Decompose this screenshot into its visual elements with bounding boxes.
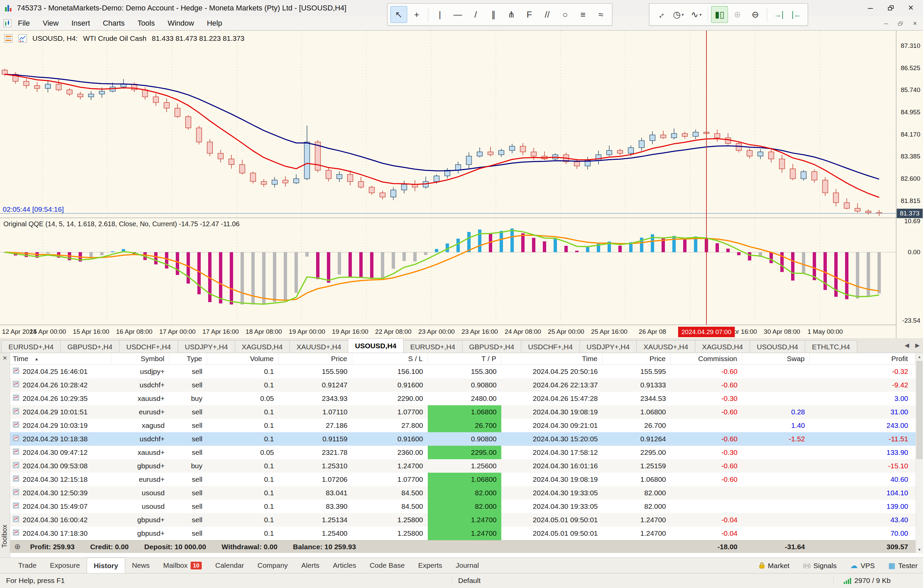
- history-row-12[interactable]: 2024.04.30 17:18:30gbpusd+sell0.11.25400…: [10, 527, 916, 540]
- chart-tab-3-usdjpy-h4[interactable]: USDJPY+,H4: [178, 340, 235, 353]
- column-header-profit-11[interactable]: Profit: [810, 353, 916, 364]
- elliott-wave-icon[interactable]: ≈: [592, 6, 609, 23]
- menu-file[interactable]: File: [11, 16, 36, 30]
- toolbox-tab-calendar[interactable]: Calendar: [209, 558, 251, 573]
- column-header-swap-10[interactable]: Swap: [742, 353, 810, 364]
- menu-window[interactable]: Window: [161, 16, 200, 30]
- history-row-1[interactable]: 2024.04.26 10:28:42usdchf+sell0.10.91247…: [10, 378, 916, 392]
- price-chart-canvas[interactable]: [0, 31, 896, 325]
- candlestick-chart-icon[interactable]: ▮▯: [711, 6, 728, 23]
- toolbox-tab-history[interactable]: History: [87, 558, 125, 573]
- pointer-cursor-icon[interactable]: ↖: [390, 6, 407, 23]
- vertical-line-icon[interactable]: |: [432, 6, 448, 23]
- equidistant-channel-icon[interactable]: ∥: [485, 6, 502, 23]
- scroll-thumb[interactable]: [916, 361, 922, 459]
- column-header-type-2[interactable]: Type: [169, 353, 207, 364]
- one-click-trading-icon[interactable]: [18, 34, 27, 43]
- child-restore-button[interactable]: [898, 20, 903, 27]
- trendline-icon[interactable]: /: [467, 6, 484, 23]
- crosshair-mode-icon[interactable]: ↔: [652, 6, 669, 23]
- history-row-7[interactable]: 2024.04.30 09:53:08gbpusd+buy0.11.253101…: [10, 459, 916, 473]
- toolbox-vps-button[interactable]: ☁VPS: [850, 561, 875, 570]
- toolbox-close-button[interactable]: ×: [0, 353, 10, 363]
- column-header-commission-9[interactable]: Commission: [671, 353, 742, 364]
- history-row-3[interactable]: 2024.04.29 10:01:51eurusd+sell0.11.07110…: [10, 405, 916, 419]
- menu-view[interactable]: View: [36, 16, 65, 30]
- toolbox-tab-trade[interactable]: Trade: [11, 558, 43, 573]
- chart-tab-13-usousd-h4[interactable]: USOUSD,H4: [750, 340, 805, 353]
- toolbox-tab-alerts[interactable]: Alerts: [294, 558, 326, 573]
- chart-tab-10-usdjpy-h4[interactable]: USDJPY+,H4: [580, 340, 637, 353]
- toolbox-tab-news[interactable]: News: [125, 558, 156, 573]
- chart-tab-11-xauusd-h4[interactable]: XAUUSD+,H4: [636, 340, 695, 353]
- toolbox-tab-company[interactable]: Company: [251, 558, 294, 573]
- chart-tab-0-eurusd-h4[interactable]: EURUSD+,H4: [2, 340, 61, 353]
- toolbox-tab-exposure[interactable]: Exposure: [43, 558, 87, 573]
- history-row-11[interactable]: 2024.04.30 16:00:42gbpusd+sell0.11.25134…: [10, 513, 916, 527]
- andrews-pitchfork-icon[interactable]: ⋔: [503, 6, 520, 23]
- toolbox-tab-experts[interactable]: Experts: [412, 558, 449, 573]
- profile-selector[interactable]: Default: [458, 573, 481, 588]
- child-minimize-button[interactable]: –: [884, 20, 888, 27]
- time-axis[interactable]: 12 Apr 202415 Apr 00:0015 Apr 16:0016 Ap…: [0, 325, 896, 339]
- crosshair-icon[interactable]: +: [408, 6, 425, 23]
- chart-tab-12-xagusd-h4[interactable]: XAGUSD,H4: [695, 340, 750, 353]
- chart-tab-5-xauusd-h4[interactable]: XAUUSD+,H4: [289, 340, 348, 353]
- chart-tab-8-gbpusd-h4[interactable]: GBPUSD+,H4: [462, 340, 522, 353]
- zoom-out-icon[interactable]: ⊖: [747, 6, 764, 23]
- column-header-volume-3[interactable]: Volume: [207, 353, 279, 364]
- child-close-button[interactable]: ×: [913, 20, 917, 27]
- menu-insert[interactable]: Insert: [65, 16, 97, 30]
- menu-help[interactable]: Help: [200, 16, 228, 30]
- chart-tab-1-gbpusd-h4[interactable]: GBPUSD+,H4: [61, 340, 120, 353]
- tab-scroll-right-icon[interactable]: ▶: [915, 342, 920, 349]
- zoom-in-icon[interactable]: ⊕: [729, 6, 746, 23]
- column-header-s-l-5[interactable]: S / L: [352, 353, 428, 364]
- menu-tools[interactable]: Tools: [131, 16, 161, 30]
- scroll-up-icon[interactable]: ▲: [916, 353, 923, 360]
- tab-scroll-left-icon[interactable]: ◀: [905, 342, 909, 349]
- scroll-down-icon[interactable]: ▼: [916, 546, 923, 553]
- chart-tab-2-usdchf-h4[interactable]: USDCHF+,H4: [119, 340, 178, 353]
- chart-tab-6-usousd-h4[interactable]: USOUSD,H4: [348, 339, 404, 353]
- timeframes-icon[interactable]: ◷▾: [670, 6, 687, 23]
- history-row-5[interactable]: 2024.04.29 10:18:38usdchf+sell0.10.91159…: [10, 432, 916, 446]
- chart-type-icon[interactable]: ∿▾: [688, 6, 705, 23]
- toolbox-tab-articles[interactable]: Articles: [326, 558, 363, 573]
- column-header-price-4[interactable]: Price: [279, 353, 352, 364]
- horizontal-levels-icon[interactable]: ≡: [575, 6, 591, 23]
- minimize-button[interactable]: –: [860, 1, 880, 15]
- chart-window-icon[interactable]: [3, 19, 11, 27]
- chart-tab-4-xagusd-h4[interactable]: XAGUSD,H4: [235, 340, 290, 353]
- restore-button[interactable]: [880, 1, 901, 15]
- depth-of-market-icon[interactable]: [4, 34, 13, 43]
- history-row-9[interactable]: 2024.04.30 12:50:39usousdsell0.183.04184…: [10, 486, 916, 500]
- history-row-4[interactable]: 2024.04.29 10:03:19xagusdsell0.127.18627…: [10, 419, 916, 432]
- shapes-icon[interactable]: ○: [557, 6, 573, 23]
- auto-scroll-icon[interactable]: |←: [788, 6, 805, 23]
- history-row-8[interactable]: 2024.04.30 12:15:18eurusd+sell0.11.07206…: [10, 473, 916, 486]
- history-row-6[interactable]: 2024.04.30 09:47:12xauusd+sell0.052321.7…: [10, 446, 916, 459]
- toolbox-tab-mailbox[interactable]: Mailbox10: [156, 558, 209, 573]
- history-row-0[interactable]: 2024.04.25 16:46:01usdjpy+sell0.1155.590…: [10, 365, 916, 378]
- chart-tab-9-usdchf-h4[interactable]: USDCHF+,H4: [521, 340, 580, 353]
- history-row-2[interactable]: 2024.04.26 10:29:35xauusd+buy0.052343.93…: [10, 392, 916, 405]
- gann-line-icon[interactable]: //: [539, 6, 556, 23]
- toolbox-signals-button[interactable]: ((•))Signals: [803, 562, 837, 570]
- column-header-time-0[interactable]: Time▲: [10, 353, 111, 364]
- history-row-10[interactable]: 2024.04.30 15:49:07usousdsell0.183.39084…: [10, 500, 916, 513]
- column-header-time-7[interactable]: Time: [501, 353, 603, 364]
- toolbox-market-button[interactable]: Market: [759, 562, 789, 570]
- price-scale[interactable]: 87.31086.52585.74084.95584.17083.38582.6…: [896, 31, 923, 339]
- table-scrollbar[interactable]: ▲ ▼: [916, 353, 923, 553]
- column-header-t-p-6[interactable]: T / P: [428, 353, 501, 364]
- chart-tab-7-eurusd-h4[interactable]: EURUSD+,H4: [403, 340, 463, 353]
- chart-shift-icon[interactable]: →|: [770, 6, 787, 23]
- toolbox-tester-button[interactable]: ▦Tester: [888, 561, 918, 570]
- column-header-price-8[interactable]: Price: [603, 353, 671, 364]
- fibonacci-retracement-icon[interactable]: F: [521, 6, 538, 23]
- chart-tab-14-ethltc-h4[interactable]: ETHLTC,H4: [805, 340, 857, 353]
- column-header-symbol-1[interactable]: Symbol: [111, 353, 169, 364]
- toolbox-tab-code-base[interactable]: Code Base: [363, 558, 412, 573]
- menu-charts[interactable]: Charts: [97, 16, 131, 30]
